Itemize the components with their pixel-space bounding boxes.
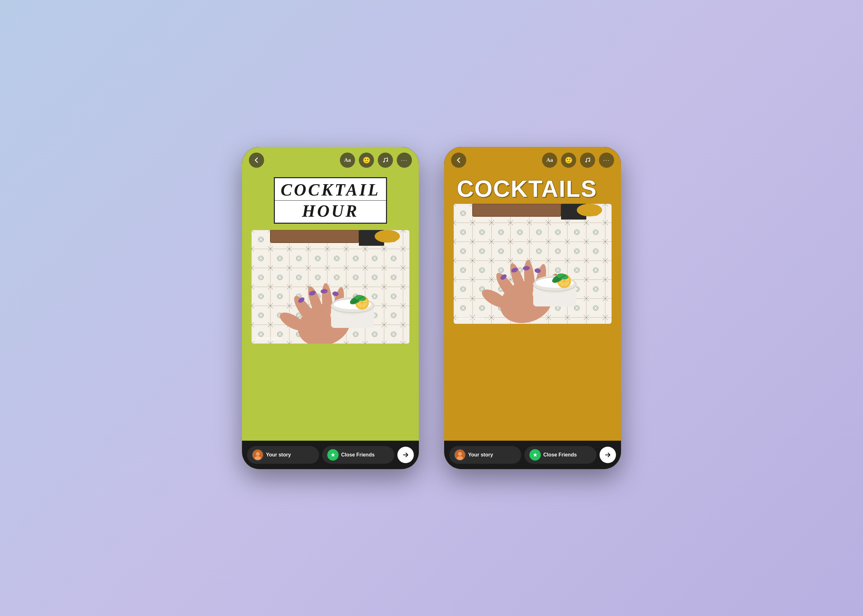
story-avatar-left bbox=[252, 449, 263, 460]
text-tool-left[interactable]: Aa bbox=[340, 152, 355, 168]
title-gold: COCKTAILS bbox=[454, 174, 611, 204]
phone-right: Aa 🙂 ··· bbox=[444, 147, 621, 469]
svg-point-45 bbox=[588, 160, 590, 162]
sticker-tool-left[interactable]: 🙂 bbox=[359, 152, 374, 168]
back-button-left[interactable] bbox=[249, 152, 264, 168]
svg-point-14 bbox=[375, 230, 400, 243]
story-avatar-right bbox=[454, 449, 465, 460]
close-friends-label-left: Close Friends bbox=[341, 452, 375, 458]
svg-point-86 bbox=[458, 452, 462, 456]
story-title-left: COCKTAIL HOUR bbox=[274, 177, 387, 224]
story-content-right: COCKTAILS bbox=[444, 171, 621, 441]
svg-rect-55 bbox=[473, 204, 561, 216]
story-photo-right: @nicecobra bbox=[454, 204, 611, 324]
send-button-left[interactable] bbox=[398, 447, 414, 463]
bottom-bar-right: Your story ★ Close Friends bbox=[444, 441, 621, 469]
close-friends-button-left[interactable]: ★ Close Friends bbox=[322, 446, 394, 464]
close-friends-icon-right: ★ bbox=[530, 449, 541, 460]
send-button-right[interactable] bbox=[600, 447, 616, 463]
toolbar-right: Aa 🙂 ··· bbox=[444, 147, 621, 171]
text-tool-right[interactable]: Aa bbox=[542, 152, 557, 168]
music-tool-right[interactable] bbox=[580, 152, 595, 168]
toolbar-left: Aa 🙂 ··· bbox=[242, 147, 419, 171]
music-tool-left[interactable] bbox=[378, 152, 393, 168]
bottom-bar-left: Your story ★ Close Friends bbox=[242, 441, 419, 469]
title-line1: COCKTAIL bbox=[274, 177, 387, 201]
svg-rect-11 bbox=[270, 230, 359, 243]
svg-point-1 bbox=[386, 160, 388, 162]
svg-point-44 bbox=[585, 161, 586, 162]
svg-text:@nicecobra: @nicecobra bbox=[458, 315, 484, 320]
more-options-left[interactable]: ··· bbox=[397, 152, 412, 168]
svg-point-58 bbox=[577, 204, 602, 216]
phone-left: Aa 🙂 ··· bbox=[242, 147, 419, 469]
your-story-button-left[interactable]: Your story bbox=[247, 446, 319, 464]
sticker-tool-right[interactable]: 🙂 bbox=[561, 152, 576, 168]
svg-point-42 bbox=[256, 452, 259, 456]
svg-point-0 bbox=[383, 161, 384, 162]
more-options-right[interactable]: ··· bbox=[599, 152, 614, 168]
story-content-left: COCKTAIL HOUR bbox=[242, 171, 419, 441]
close-friends-icon-left: ★ bbox=[327, 449, 339, 460]
your-story-label-right: Your story bbox=[468, 452, 493, 458]
story-photo-left: @nicecobra bbox=[252, 230, 409, 344]
back-button-right[interactable] bbox=[451, 152, 466, 168]
your-story-button-right[interactable]: Your story bbox=[449, 446, 521, 464]
svg-text:@nicecobra: @nicecobra bbox=[256, 335, 281, 341]
close-friends-label-right: Close Friends bbox=[543, 452, 577, 458]
close-friends-button-right[interactable]: ★ Close Friends bbox=[524, 446, 596, 464]
title-line2: HOUR bbox=[274, 201, 387, 224]
story-title-right: COCKTAILS bbox=[454, 174, 611, 204]
your-story-label-left: Your story bbox=[266, 452, 291, 458]
